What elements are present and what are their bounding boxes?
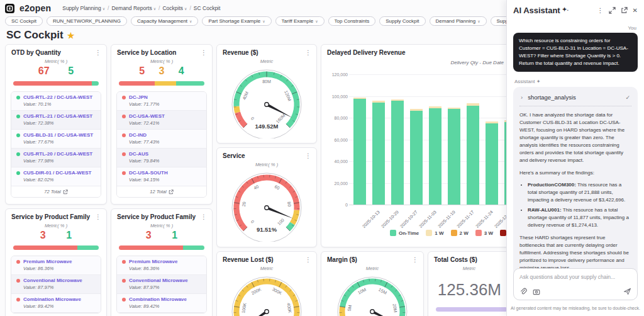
bar[interactable]	[372, 101, 385, 205]
list-item-name[interactable]: CUS-RTL-21 / DC-USA-WEST	[16, 113, 96, 119]
list-item-name-text: DC-IND	[129, 132, 147, 138]
list-item[interactable]: DC-USA-WESTValue: 72.41%	[117, 111, 206, 130]
breadcrumb-item[interactable]: Cockpits∨	[162, 5, 187, 11]
expand-icon[interactable]	[609, 7, 616, 14]
list-item[interactable]: CUS-RTL-21 / DC-USA-WESTValue: 72.38%	[11, 111, 101, 130]
list-item-name[interactable]: DC-IND	[122, 132, 201, 138]
list-item[interactable]: CUS-DIR-01 / DC-USA-WESTValue: 82.02%	[11, 167, 101, 186]
kebab-menu-icon[interactable]: ⋮	[95, 214, 101, 220]
list-item[interactable]: CUS-BLD-31 / DC-USA-WESTValue: 77.67%	[11, 130, 101, 149]
dashboard-tab[interactable]: Supply Cockpit	[379, 16, 425, 26]
list-item[interactable]: Premium MicrowaveValue: 86.36%	[11, 256, 101, 275]
list-item-name[interactable]: Combination Microwave	[122, 296, 201, 302]
close-icon[interactable]: ✕	[633, 7, 638, 14]
brand-name: e2open	[19, 3, 51, 13]
svg-text:20: 20	[242, 201, 247, 207]
assistant-bullet-list: ProductionCOM300: This resource has a to…	[519, 181, 631, 229]
list-footer-text: 12 Total	[150, 189, 166, 195]
metric-label: Metric	[217, 59, 316, 64]
you-label: You	[514, 25, 636, 31]
list-item-name-text: Combination Microwave	[23, 296, 81, 302]
legend-item[interactable]: 1 W	[426, 230, 443, 236]
open-in-new-window-icon[interactable]	[621, 7, 628, 14]
metric-count: 3	[146, 230, 152, 241]
list-item-name[interactable]: CUS-BLD-31 / DC-USA-WEST	[16, 132, 96, 138]
dashboard-tab[interactable]: Tariff Example∨	[275, 16, 325, 26]
kebab-menu-icon[interactable]: ⋮	[305, 257, 311, 263]
list-item-name[interactable]: DC-USA-WEST	[122, 113, 201, 119]
favorite-star-icon[interactable]: ★	[67, 31, 75, 40]
status-dot-icon	[122, 152, 126, 156]
list-item[interactable]: DC-AUSValue: 79.84%	[117, 149, 206, 167]
list-item[interactable]: Conventional MicrowaveValue: 87.97%	[117, 275, 206, 294]
send-icon[interactable]	[623, 288, 631, 295]
list-item[interactable]: DC-USA-SOUTHValue: 94.15%	[117, 167, 206, 186]
list-item-name[interactable]: CUS-RTL-22 / DC-USA-WEST	[16, 94, 96, 100]
dashboard-tab[interactable]: Part Shortage Example∨	[202, 16, 271, 26]
dashboard-tab[interactable]: SC Cockpit	[5, 16, 43, 26]
list-item-name[interactable]: DC-AUS	[122, 151, 201, 157]
list-item[interactable]: CUS-RTL-20 / DC-USA-WESTValue: 77.98%	[11, 149, 101, 167]
list-item[interactable]: DC-INDValue: 77.43%	[117, 130, 206, 149]
bar-segment	[77, 245, 99, 250]
card-service-by-product-family-1: Service by Product Family⋮Metric( % )31P…	[5, 208, 107, 316]
kebab-menu-icon[interactable]: ⋮	[305, 50, 311, 56]
legend-item[interactable]: 2 W	[451, 230, 469, 236]
list-item[interactable]: CUS-RTL-22 / DC-USA-WESTValue: 70.1%	[11, 92, 101, 111]
tool-call-row[interactable]: › shortage_analysis ✓	[519, 93, 631, 106]
list-item-name-text: CUS-DIR-01 / DC-USA-WEST	[23, 170, 91, 176]
screenshot-icon[interactable]	[533, 288, 540, 295]
kebab-menu-icon[interactable]: ⋮	[201, 214, 207, 220]
kebab-menu-icon[interactable]: ⋮	[95, 50, 101, 56]
bar[interactable]	[429, 106, 441, 205]
list-item-name[interactable]: CUS-RTL-20 / DC-USA-WEST	[16, 151, 96, 157]
breadcrumb-item[interactable]: SC Cockpit	[194, 5, 221, 11]
bar[interactable]	[391, 99, 404, 205]
y-axis-tick-label: 20,000	[335, 181, 348, 185]
list-item-name[interactable]: Premium Microwave	[16, 259, 96, 264]
legend-item[interactable]: On-Time	[390, 230, 419, 236]
list-item[interactable]: Combination MicrowaveValue: 89.42%	[117, 294, 206, 313]
list-item[interactable]: Premium MicrowaveValue: 86.36%	[117, 256, 206, 275]
assistant-response: › shortage_analysis ✓ OK. I have analyze…	[513, 87, 638, 278]
bar[interactable]	[467, 103, 479, 205]
list-item-name[interactable]: CUS-DIR-01 / DC-USA-WEST	[16, 170, 96, 176]
legend-item[interactable]: 3 W	[475, 230, 493, 236]
attachment-icon[interactable]	[519, 288, 527, 295]
list-item[interactable]: Conventional MicrowaveValue: 87.97%	[11, 275, 101, 294]
kebab-menu-icon[interactable]: ⋮	[201, 50, 207, 56]
list-footer-total[interactable]: 12 Total	[117, 186, 206, 197]
breadcrumb-item[interactable]: Supply Planning∨	[62, 5, 105, 11]
list-footer-total[interactable]: 72 Total	[11, 186, 101, 197]
dashboard-tab[interactable]: Capacity Management∨	[131, 16, 198, 26]
chat-input-box[interactable]: Ask questions about your supply chain...	[513, 268, 638, 300]
gauge-chart: 05M10M15M20M25M	[325, 271, 419, 316]
bar[interactable]	[353, 98, 366, 205]
bar[interactable]	[410, 109, 423, 205]
list-item-name[interactable]: Conventional Microwave	[16, 278, 96, 283]
dashboard-tab[interactable]: Top Constraints	[328, 16, 376, 26]
kebab-menu-icon[interactable]: ⋮	[305, 153, 311, 159]
kebab-menu-icon[interactable]: ⋮	[412, 257, 418, 263]
list-item-name-text: CUS-BLD-31 / DC-USA-WEST	[23, 132, 93, 138]
list-item-name[interactable]: Combination Microwave	[16, 296, 96, 302]
panel-menu-icon[interactable]: ⋮	[597, 7, 604, 14]
dashboard-tab[interactable]: RUN_NETWORK_PLANNING	[47, 16, 127, 26]
list-item-name[interactable]: Conventional Microwave	[122, 278, 201, 283]
list-item-name[interactable]: Premium Microwave	[122, 259, 201, 264]
list-item[interactable]: Combination MicrowaveValue: 89.42%	[11, 294, 101, 313]
metric-list: Premium MicrowaveValue: 86.36%Convention…	[116, 256, 207, 313]
svg-text:100K: 100K	[241, 302, 247, 313]
breadcrumb-item[interactable]: Demand Reports∨	[111, 5, 156, 11]
metric-count: 4	[179, 65, 184, 77]
dashboard-tab[interactable]: Demand Planning∨	[430, 16, 487, 26]
list-item-name[interactable]: DC-USA-SOUTH	[122, 170, 201, 176]
bar[interactable]	[486, 121, 498, 205]
card-header: OTD by Quantity⋮	[6, 45, 106, 57]
legend-swatch	[451, 230, 457, 236]
bar[interactable]	[448, 108, 460, 205]
list-item[interactable]: DC-JPNValue: 71.77%	[117, 92, 206, 111]
list-item-name[interactable]: DC-JPN	[122, 94, 201, 100]
chart-subtitle: Delivery Qty - Due Date	[451, 60, 504, 65]
svg-text:80M: 80M	[262, 79, 271, 84]
